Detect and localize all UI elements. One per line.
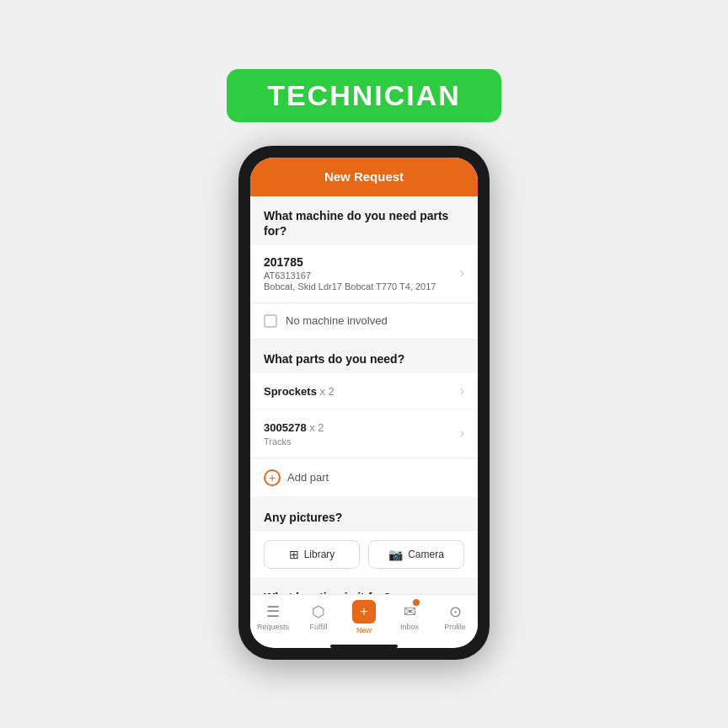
bottom-nav: ☰ Requests ⬡ Fulfill + New [250, 594, 478, 641]
title-badge: TECHNICIAN [227, 69, 501, 122]
pictures-section-header: Any pictures? [250, 498, 478, 532]
nav-item-new[interactable]: + New [341, 600, 387, 634]
camera-button[interactable]: 📷 Camera [368, 540, 464, 569]
fulfill-icon: ⬡ [312, 602, 325, 621]
parts-section-header: What parts do you need? [250, 340, 478, 373]
nav-item-profile[interactable]: ⊙ Profile [432, 602, 478, 631]
inbox-notification-badge [413, 599, 420, 606]
machine-info: 201785 AT6313167 Bobcat, Skid Ldr17 Bobc… [264, 255, 436, 292]
camera-icon: 📷 [388, 548, 403, 561]
no-machine-label: No machine involved [286, 314, 388, 327]
nav-label-inbox: Inbox [400, 623, 419, 631]
add-part-label: Add part [287, 471, 329, 484]
add-part-row[interactable]: + Add part [250, 459, 478, 496]
app-header: New Request [250, 158, 478, 196]
nav-label-profile: Profile [444, 623, 466, 631]
machine-question: What machine do you need parts for? [264, 209, 448, 238]
library-label: Library [304, 549, 335, 560]
add-part-icon: + [264, 469, 281, 486]
part-row-sprockets[interactable]: Sprockets x 2 › [250, 373, 478, 410]
pictures-question: Any pictures? [264, 511, 342, 524]
home-indicator [330, 645, 398, 648]
part-sub-tracks: Tracks [264, 436, 324, 447]
app-content[interactable]: What machine do you need parts for? 2017… [250, 196, 478, 594]
nav-item-requests[interactable]: ☰ Requests [250, 602, 296, 631]
app-header-title: New Request [324, 169, 404, 184]
part-info-tracks: 3005278 x 2 Tracks [264, 420, 324, 447]
camera-label: Camera [408, 549, 444, 560]
part-info-sprockets: Sprockets x 2 [264, 383, 335, 399]
chevron-right-icon-tracks: › [460, 426, 464, 441]
chevron-right-icon-sprockets: › [460, 383, 464, 399]
library-icon: ⊞ [289, 548, 299, 561]
requests-icon: ☰ [266, 602, 280, 621]
phone-device: New Request What machine do you need par… [238, 146, 490, 660]
no-machine-checkbox[interactable] [264, 314, 277, 328]
chevron-right-icon: › [460, 265, 464, 281]
machine-card-wrapper: 201785 AT6313167 Bobcat, Skid Ldr17 Bobc… [250, 245, 478, 302]
parts-question: What parts do you need? [264, 352, 404, 366]
pictures-buttons: ⊞ Library 📷 Camera [250, 532, 478, 577]
no-machine-row[interactable]: No machine involved [250, 304, 478, 338]
part-row-tracks[interactable]: 3005278 x 2 Tracks › [250, 410, 478, 458]
machine-section-header: What machine do you need parts for? [250, 196, 478, 245]
title-badge-text: TECHNICIAN [267, 79, 461, 111]
profile-icon: ⊙ [449, 602, 462, 621]
new-icon: + [352, 600, 376, 624]
machine-serial: AT6313167 [264, 270, 436, 281]
page-wrapper: TECHNICIAN New Request What machine do y… [0, 0, 728, 728]
machine-desc: Bobcat, Skid Ldr17 Bobcat T770 T4, 2017 [264, 281, 436, 292]
nav-label-requests: Requests [257, 623, 289, 631]
machine-id: 201785 [264, 255, 436, 269]
nav-item-inbox[interactable]: ✉ Inbox [387, 602, 432, 631]
library-button[interactable]: ⊞ Library [264, 540, 360, 569]
nav-label-fulfill: Fulfill [309, 623, 327, 631]
location-section-header: What location is it for? Auto-filled [250, 579, 478, 594]
new-plus-icon: + [360, 604, 367, 619]
inbox-icon: ✉ [404, 603, 416, 620]
part-name-sprockets: Sprockets x 2 [264, 383, 335, 399]
nav-item-fulfill[interactable]: ⬡ Fulfill [296, 602, 341, 631]
parts-card-wrapper: Sprockets x 2 › 3005278 x 2 Tracks [250, 373, 478, 458]
phone-screen: New Request What machine do you need par… [250, 158, 478, 648]
inbox-icon-wrap: ✉ [404, 602, 416, 621]
machine-card[interactable]: 201785 AT6313167 Bobcat, Skid Ldr17 Bobc… [250, 245, 478, 302]
nav-label-new: New [356, 626, 372, 634]
part-id-qty-tracks: 3005278 x 2 [264, 420, 324, 435]
